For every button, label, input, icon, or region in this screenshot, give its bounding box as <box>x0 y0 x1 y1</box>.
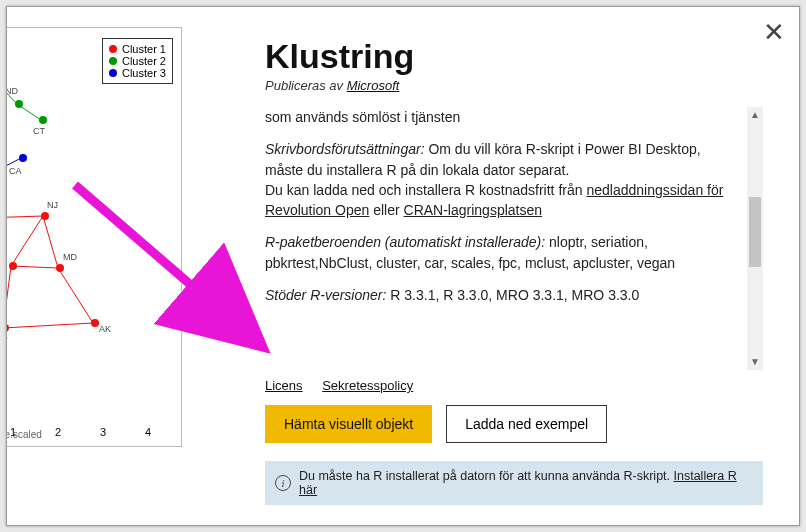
svg-line-8 <box>7 323 93 328</box>
pt-nj <box>41 212 49 220</box>
license-link[interactable]: Licens <box>265 378 303 393</box>
pt-md <box>56 264 64 272</box>
pt-il <box>9 262 17 270</box>
chart-edges <box>7 28 182 447</box>
scrollbar[interactable]: ▲ ▼ <box>747 107 763 370</box>
svg-line-3 <box>7 216 43 218</box>
get-visual-button[interactable]: Hämta visuellt objekt <box>265 405 432 443</box>
svg-line-5 <box>43 216 58 268</box>
publisher-line: Publiceras av Microsoft <box>265 78 763 93</box>
r-deps: R-paketberoenden (automatiskt installera… <box>265 232 741 273</box>
desktop-req: Skrivbordsförutsättningar: Om du vill kö… <box>265 139 741 220</box>
svg-line-7 <box>7 266 11 328</box>
privacy-link[interactable]: Sekretesspolicy <box>322 378 413 393</box>
pt-nd <box>15 100 23 108</box>
button-row: Hämta visuellt objekt Ladda ned exempel <box>265 405 763 443</box>
pt-ct <box>39 116 47 124</box>
publisher-link[interactable]: Microsoft <box>347 78 400 93</box>
x-caption: ne.scaled <box>7 429 42 440</box>
cluster-chart: Cluster 1 Cluster 2 Cluster 3 <box>7 27 182 447</box>
close-button[interactable]: ✕ <box>763 19 785 45</box>
scroll-down-icon[interactable]: ▼ <box>747 354 763 370</box>
pt-ca <box>19 154 27 162</box>
description-scroll: som används sömlöst i tjänsten Skrivbord… <box>265 107 763 370</box>
frag-top: som används sömlöst i tjänsten <box>265 107 741 127</box>
details-panel: ✕ Klustring Publiceras av Microsoft som … <box>237 7 799 525</box>
page-title: Klustring <box>265 37 763 76</box>
svg-line-4 <box>11 216 43 266</box>
legal-links: Licens Sekretesspolicy <box>265 378 763 393</box>
svg-line-9 <box>58 268 93 323</box>
link-cran[interactable]: CRAN-lagringsplatsen <box>404 202 543 218</box>
download-sample-button[interactable]: Ladda ned exempel <box>446 405 607 443</box>
svg-line-6 <box>11 266 58 268</box>
dialog: Cluster 1 Cluster 2 Cluster 3 <box>6 6 800 526</box>
supports-r: Stöder R-versioner: R 3.3.1, R 3.3.0, MR… <box>265 285 741 305</box>
info-bar: i Du måste ha R installerat på datorn fö… <box>265 461 763 505</box>
info-icon: i <box>275 475 291 491</box>
scroll-thumb[interactable] <box>749 197 761 267</box>
preview-panel: Cluster 1 Cluster 2 Cluster 3 <box>7 7 237 525</box>
scroll-up-icon[interactable]: ▲ <box>747 107 763 123</box>
pt-ak <box>91 319 99 327</box>
